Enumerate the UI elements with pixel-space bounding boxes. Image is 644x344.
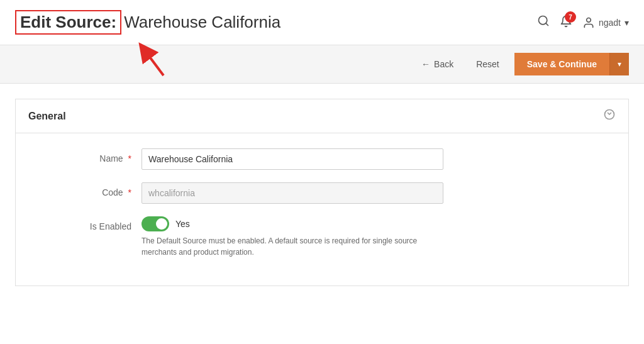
page-title: Edit Source:Warehouse California bbox=[15, 10, 280, 35]
title-name: Warehouse California bbox=[124, 13, 280, 31]
reset-label: Reset bbox=[476, 59, 499, 69]
reset-button[interactable]: Reset bbox=[469, 54, 507, 74]
enabled-value-label: Yes bbox=[175, 219, 190, 229]
notification-bell[interactable]: 7 bbox=[560, 15, 572, 30]
page-wrapper: Edit Source:Warehouse California 7 ngadt… bbox=[0, 0, 644, 344]
name-label: Name * bbox=[41, 148, 142, 164]
enabled-toggle[interactable] bbox=[142, 216, 169, 231]
section-collapse-icon[interactable] bbox=[603, 108, 616, 124]
general-section-body: Name * Code * bbox=[16, 133, 628, 286]
svg-line-1 bbox=[546, 23, 548, 26]
enabled-field-wrapper: Yes The Default Source must be enabled. … bbox=[142, 216, 443, 258]
code-input[interactable] bbox=[142, 182, 443, 204]
code-row: Code * bbox=[41, 182, 603, 204]
general-section: General Name * bbox=[15, 99, 629, 286]
user-menu[interactable]: ngadt ▾ bbox=[582, 16, 629, 29]
arrow-left-icon: ← bbox=[421, 59, 430, 69]
code-label: Code * bbox=[41, 182, 142, 197]
name-input[interactable] bbox=[142, 148, 443, 170]
back-label: Back bbox=[434, 59, 453, 69]
code-field-wrapper bbox=[142, 182, 443, 204]
name-row: Name * bbox=[41, 148, 603, 170]
toggle-slider bbox=[142, 216, 169, 231]
save-dropdown-button[interactable]: ▾ bbox=[609, 53, 629, 75]
toggle-row: Yes bbox=[142, 216, 443, 231]
name-field-wrapper bbox=[142, 148, 443, 170]
header-actions: 7 ngadt ▾ bbox=[537, 14, 629, 30]
save-continue-button[interactable]: Save & Continue bbox=[514, 53, 609, 75]
chevron-down-icon: ▾ bbox=[618, 60, 621, 69]
svg-point-2 bbox=[587, 18, 591, 22]
search-icon[interactable] bbox=[537, 14, 550, 30]
page-header: Edit Source:Warehouse California 7 ngadt… bbox=[0, 0, 644, 45]
enabled-row: Is Enabled Yes The Default Source must b… bbox=[41, 216, 603, 258]
required-indicator: * bbox=[128, 153, 131, 164]
save-button-group: Save & Continue ▾ bbox=[514, 53, 629, 75]
save-label: Save & Continue bbox=[527, 59, 597, 69]
toolbar: ← Back Reset Save & Continue ▾ bbox=[0, 45, 644, 84]
general-section-header[interactable]: General bbox=[16, 99, 628, 133]
back-button[interactable]: ← Back bbox=[414, 54, 461, 74]
enabled-label: Is Enabled bbox=[41, 216, 142, 231]
title-prefix: Edit Source: bbox=[15, 10, 121, 35]
required-indicator: * bbox=[128, 187, 131, 197]
enabled-helper-text: The Default Source must be enabled. A de… bbox=[142, 235, 431, 258]
page-content: General Name * bbox=[0, 84, 644, 314]
user-name: ngadt bbox=[599, 18, 621, 28]
general-section-title: General bbox=[28, 111, 66, 122]
notification-count: 7 bbox=[565, 11, 576, 23]
chevron-down-icon: ▾ bbox=[625, 18, 629, 28]
